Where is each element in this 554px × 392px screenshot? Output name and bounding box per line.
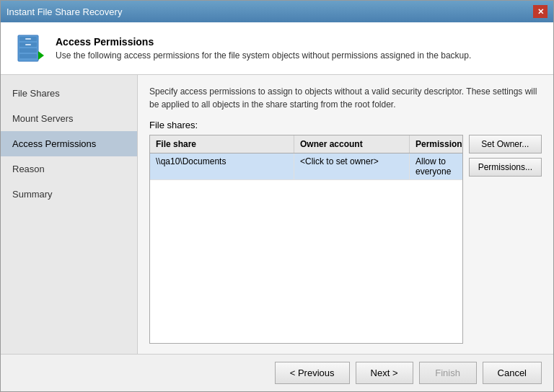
cell-permissions: Allow to everyone: [410, 153, 462, 179]
title-bar: Instant File Share Recovery ✕: [1, 1, 553, 22]
header-icon: [12, 31, 47, 66]
file-shares-label: File shares:: [149, 120, 542, 130]
svg-rect-4: [19, 54, 37, 58]
next-button[interactable]: Next >: [356, 362, 413, 384]
content-area: File Shares Mount Servers Access Permiss…: [1, 75, 553, 354]
cell-owner-account[interactable]: <Click to set owner>: [294, 153, 410, 179]
sidebar-item-file-shares[interactable]: File Shares: [1, 81, 137, 106]
header-section: Access Permissions Use the following acc…: [1, 22, 553, 75]
finish-button[interactable]: Finish: [419, 362, 477, 384]
permissions-button[interactable]: Permissions...: [469, 158, 542, 177]
svg-rect-3: [19, 48, 37, 53]
table-area: File share Owner account Permissions \\q…: [149, 135, 542, 344]
sidebar-item-mount-servers[interactable]: Mount Servers: [1, 106, 137, 131]
sidebar-item-access-permissions[interactable]: Access Permissions: [1, 131, 137, 156]
file-shares-table: File share Owner account Permissions \\q…: [149, 135, 463, 344]
right-panel: Specify access permissions to assign to …: [138, 75, 553, 354]
svg-marker-7: [38, 51, 44, 60]
sidebar-item-reason[interactable]: Reason: [1, 156, 137, 182]
window-title: Instant File Share Recovery: [6, 6, 122, 17]
main-description: Specify access permissions to assign to …: [149, 85, 542, 111]
header-title: Access Permissions: [56, 36, 471, 48]
header-text: Access Permissions Use the following acc…: [56, 36, 471, 61]
close-button[interactable]: ✕: [533, 5, 548, 18]
cancel-button[interactable]: Cancel: [483, 362, 542, 384]
table-header: File share Owner account Permissions: [150, 135, 462, 153]
col-permissions: Permissions: [410, 135, 463, 153]
side-buttons: Set Owner... Permissions...: [469, 135, 542, 344]
main-wrapper: Access Permissions Use the following acc…: [1, 22, 553, 391]
main-window: Instant File Share Recovery ✕: [0, 0, 554, 392]
previous-button[interactable]: < Previous: [275, 362, 350, 384]
col-owner-account: Owner account: [294, 135, 410, 153]
sidebar-item-summary[interactable]: Summary: [1, 182, 137, 207]
footer: < Previous Next > Finish Cancel: [1, 354, 553, 391]
table-body: \\qa10\Documents <Click to set owner> Al…: [150, 153, 462, 343]
sidebar: File Shares Mount Servers Access Permiss…: [1, 75, 138, 354]
svg-rect-6: [25, 44, 31, 45]
header-description: Use the following access permissions for…: [56, 50, 471, 61]
set-owner-button[interactable]: Set Owner...: [469, 135, 542, 153]
cell-file-share: \\qa10\Documents: [150, 153, 294, 179]
svg-rect-5: [25, 38, 31, 40]
col-file-share: File share: [150, 135, 294, 153]
table-row[interactable]: \\qa10\Documents <Click to set owner> Al…: [150, 153, 462, 180]
